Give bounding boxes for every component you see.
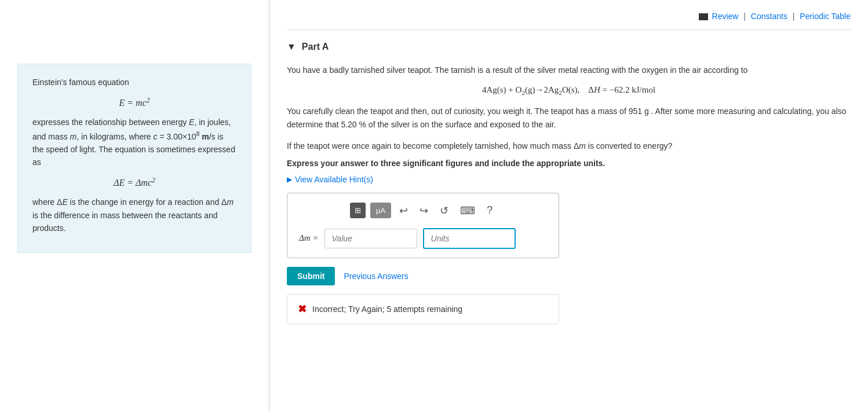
error-message: Incorrect; Try Again; 5 attempts remaini…	[312, 304, 462, 314]
redo-icon: ↪	[420, 205, 428, 216]
paragraph1: expresses the relationship between energ…	[32, 116, 236, 168]
keyboard-icon: ⌨	[460, 205, 475, 216]
hint-label: View Available Hint(s)	[295, 175, 373, 184]
refresh-icon: ↺	[440, 205, 448, 216]
part-title: Part A	[302, 42, 329, 52]
review-link[interactable]: Review	[712, 12, 739, 21]
mu-icon: μA	[376, 206, 385, 215]
problem-text-1: You have a badly tarnished silver teapot…	[287, 64, 851, 76]
right-panel: Review | Constants | Periodic Table ▼ Pa…	[269, 0, 868, 411]
equation2: ΔE = Δmc2	[32, 175, 236, 190]
undo-button[interactable]: ↩	[396, 202, 411, 219]
delta-m-label: Δm =	[299, 233, 319, 243]
review-icon	[699, 13, 708, 20]
bold-instruction: Express your answer to three significant…	[287, 159, 851, 168]
undo-icon: ↩	[399, 205, 408, 216]
part-header: ▼ Part A	[287, 42, 851, 52]
input-row: Δm =	[299, 228, 547, 249]
hint-link[interactable]: ▶ View Available Hint(s)	[287, 175, 851, 184]
grid-icon: ⊞	[355, 206, 361, 215]
problem-text-2: You carefully clean the teapot and then,…	[287, 105, 851, 131]
error-icon: ✖	[298, 303, 307, 315]
answer-container: ⊞ μA ↩ ↪ ↺ ⌨ ?	[287, 193, 559, 258]
periodic-table-link[interactable]: Periodic Table	[800, 12, 851, 21]
help-icon: ?	[487, 204, 493, 216]
info-title: Einstein's famous equation	[32, 76, 236, 89]
submit-row: Submit Previous Answers	[287, 267, 851, 285]
chem-equation: 4Ag(s) + O2(g)→2Ag2O(s), ΔH = −62.2 kJ/m…	[287, 85, 851, 96]
keyboard-button[interactable]: ⌨	[457, 202, 479, 219]
hint-arrow-icon: ▶	[287, 175, 292, 184]
top-nav: Review | Constants | Periodic Table	[287, 6, 851, 30]
paragraph2: where ΔE is the change in energy for a r…	[32, 196, 236, 234]
mu-button[interactable]: μA	[370, 203, 391, 218]
toolbar: ⊞ μA ↩ ↪ ↺ ⌨ ?	[299, 202, 547, 219]
refresh-button[interactable]: ↺	[436, 202, 452, 219]
separator1: |	[743, 12, 746, 21]
redo-button[interactable]: ↪	[416, 202, 432, 219]
error-box: ✖ Incorrect; Try Again; 5 attempts remai…	[287, 294, 559, 324]
part-collapse-arrow[interactable]: ▼	[287, 42, 296, 52]
separator2: |	[793, 12, 795, 21]
previous-answers-link[interactable]: Previous Answers	[344, 271, 408, 281]
help-button[interactable]: ?	[483, 202, 496, 219]
constants-link[interactable]: Constants	[751, 12, 787, 21]
equation1: E = mc2	[32, 94, 236, 110]
submit-button[interactable]: Submit	[287, 267, 335, 285]
grid-button[interactable]: ⊞	[350, 203, 366, 218]
units-input[interactable]	[423, 228, 516, 249]
question-text: If the teapot were once again to become …	[287, 140, 851, 152]
left-panel: Einstein's famous equation E = mc2 expre…	[0, 0, 269, 411]
value-input[interactable]	[324, 229, 417, 248]
info-box: Einstein's famous equation E = mc2 expre…	[17, 64, 251, 253]
